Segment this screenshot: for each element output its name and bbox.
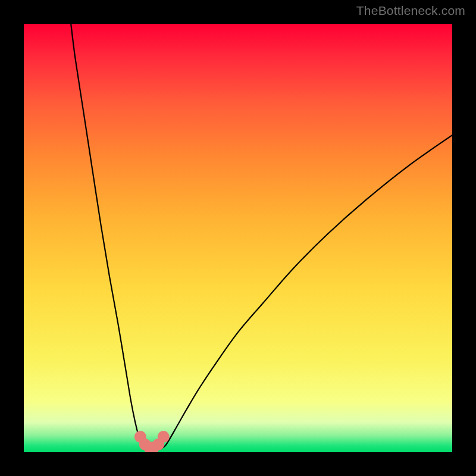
curve-left: [71, 24, 143, 449]
chart-svg: [24, 24, 452, 452]
plot-area: [24, 24, 452, 452]
curve-right: [161, 135, 452, 449]
trough-marker: [158, 431, 170, 443]
trough-markers: [134, 431, 170, 452]
chart-frame: TheBottleneck.com: [0, 0, 476, 476]
watermark-text: TheBottleneck.com: [356, 4, 465, 18]
